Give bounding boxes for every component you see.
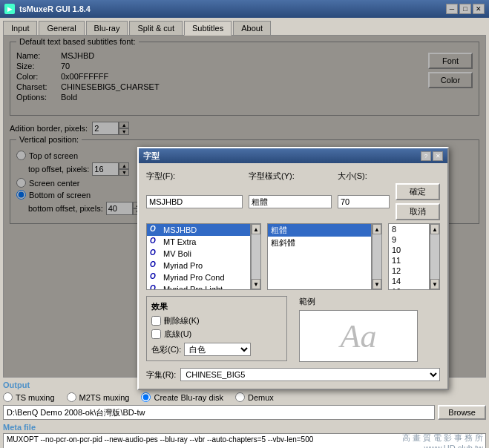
dialog-title-bar: 字型 ? ✕ — [139, 148, 447, 163]
charset-label: 字集(R): — [146, 369, 176, 381]
font-list[interactable]: O MSJHBD O MT Extra O MV Boli — [146, 223, 251, 290]
dialog-body: 字型(F): 字型樣式(Y): 大小(S): — [139, 163, 447, 389]
tab-input[interactable]: Input — [3, 21, 37, 35]
browse-button[interactable]: Browse — [438, 405, 486, 420]
size-list-item[interactable]: 10 — [389, 245, 429, 255]
m2ts-muxing-radio[interactable] — [67, 392, 76, 402]
font-icon: O — [150, 248, 160, 259]
size-scroll-down[interactable]: ▼ — [430, 279, 439, 289]
size-list-item[interactable]: 16 — [389, 286, 429, 290]
create-bluray-item: Create Blu-ray disk — [141, 392, 223, 402]
ts-muxing-item: TS muxing — [3, 392, 55, 402]
demux-label: Demux — [248, 393, 274, 402]
font-name-input[interactable] — [146, 195, 243, 208]
preview-box: Aa — [299, 310, 418, 362]
watermark-line1: 高 畫 質 電 影 事 務 所 — [402, 432, 483, 444]
font-icon: O — [150, 237, 160, 247]
size-list-scrollbar[interactable]: ▲ ▼ — [430, 223, 440, 290]
size-list-item[interactable]: 14 — [389, 276, 429, 286]
size-list-item[interactable]: 8 — [389, 224, 429, 234]
style-list[interactable]: 粗體 粗斜體 — [267, 223, 372, 290]
dialog-help-button[interactable]: ? — [421, 151, 431, 161]
font-list-item[interactable]: O MSJHBD — [147, 224, 250, 236]
style-list-item[interactable]: 粗體 — [268, 224, 371, 237]
ts-muxing-radio[interactable] — [3, 392, 13, 402]
window-controls: ─ □ ✕ — [446, 4, 485, 14]
underline-checkbox[interactable] — [151, 329, 161, 339]
close-button[interactable]: ✕ — [473, 4, 485, 14]
preview-section: 範例 Aa — [299, 296, 440, 362]
style-list-item[interactable]: 粗斜體 — [268, 237, 371, 249]
meta-label: Meta file — [3, 423, 486, 432]
style-scroll-down[interactable]: ▼ — [373, 279, 381, 289]
style-scroll-track — [373, 234, 381, 279]
ts-muxing-label: TS muxing — [16, 393, 55, 402]
tab-bluray[interactable]: Blu-ray — [86, 21, 128, 35]
create-bluray-label: Create Blu-ray disk — [154, 393, 223, 402]
color-select[interactable]: 白色 — [184, 343, 251, 356]
maximize-button[interactable]: □ — [459, 4, 471, 14]
font-scroll-down[interactable]: ▼ — [252, 279, 260, 289]
app-title: tsMuxeR GUI 1.8.4 — [19, 4, 91, 13]
style-list-scrollbar[interactable]: ▲ ▼ — [372, 223, 382, 290]
ok-button[interactable]: 確定 — [396, 183, 440, 200]
tab-general[interactable]: General — [39, 21, 84, 35]
font-dialog: 字型 ? ✕ 字型(F): 字型樣式(Y): 大小(S): — [137, 147, 449, 390]
charset-select[interactable]: CHINESE_BIG5 — [180, 368, 440, 381]
size-list[interactable]: 8 9 10 11 12 14 16 — [388, 223, 430, 290]
main-window: Input General Blu-ray Split & cut Subtit… — [0, 18, 489, 448]
font-list-item[interactable]: O Myriad Pro Light — [147, 283, 250, 290]
tab-subtitles[interactable]: Subtitles — [184, 21, 232, 36]
meta-section: Meta file MUXOPT --no-pcr-on-pcr-pid --n… — [3, 423, 486, 448]
style-scroll-up[interactable]: ▲ — [373, 224, 381, 234]
minimize-button[interactable]: ─ — [446, 4, 458, 14]
tabs-bar: Input General Blu-ray Split & cut Subtit… — [0, 18, 489, 35]
font-icon: O — [150, 272, 160, 283]
font-list-item[interactable]: O MV Boli — [147, 248, 250, 260]
demux-radio[interactable] — [235, 392, 245, 402]
m2ts-muxing-label: M2TS muxing — [79, 393, 130, 402]
dialog-controls: ? ✕ — [421, 151, 443, 161]
strikethrough-label: 刪除線(K) — [164, 315, 200, 326]
font-icon: O — [150, 284, 160, 290]
size-list-item[interactable]: 12 — [389, 266, 429, 276]
size-list-item[interactable]: 9 — [389, 234, 429, 245]
font-scroll-up[interactable]: ▲ — [252, 224, 260, 234]
output-radios: TS muxing M2TS muxing Create Blu-ray dis… — [3, 392, 486, 402]
title-bar: ▶ tsMuxeR GUI 1.8.4 ─ □ ✕ — [0, 0, 489, 18]
effects-label: 效果 — [151, 301, 282, 312]
preview-label: 範例 — [299, 296, 440, 307]
demux-item: Demux — [235, 392, 274, 402]
size-scroll-track — [430, 234, 439, 279]
underline-label: 底線(U) — [164, 329, 191, 340]
style-col-label: 字型樣式(Y): — [249, 171, 295, 180]
font-style-input[interactable] — [249, 195, 332, 208]
effects-section: 效果 刪除線(K) 底線(U) 色彩(C): — [146, 296, 287, 362]
font-list-scrollbar[interactable]: ▲ ▼ — [251, 223, 261, 290]
strikethrough-checkbox[interactable] — [151, 316, 161, 326]
dialog-close-button[interactable]: ✕ — [433, 151, 443, 161]
font-scroll-track — [252, 234, 260, 279]
color-label: 色彩(C): — [151, 344, 181, 355]
dialog-title: 字型 — [143, 151, 160, 162]
output-path-input[interactable] — [3, 405, 435, 420]
create-bluray-radio[interactable] — [141, 392, 151, 402]
cancel-button[interactable]: 取消 — [396, 203, 440, 220]
tab-split-cut[interactable]: Split & cut — [129, 21, 183, 35]
font-icon: O — [150, 225, 160, 235]
size-list-item[interactable]: 11 — [389, 255, 429, 266]
watermark-line2: www.HD.club.tw — [402, 444, 483, 448]
m2ts-muxing-item: M2TS muxing — [67, 392, 130, 402]
watermark: 高 畫 質 電 影 事 務 所 www.HD.club.tw — [402, 432, 483, 448]
size-scroll-up[interactable]: ▲ — [430, 224, 439, 234]
font-icon: O — [150, 260, 160, 271]
app-icon: ▶ — [4, 4, 15, 14]
font-list-item[interactable]: O Myriad Pro Cond — [147, 271, 250, 283]
font-list-item[interactable]: O MT Extra — [147, 236, 250, 248]
size-col-label: 大小(S): — [338, 171, 367, 182]
font-list-item[interactable]: O Myriad Pro — [147, 260, 250, 271]
font-size-input[interactable] — [338, 195, 390, 208]
charset-row: 字集(R): CHINESE_BIG5 — [146, 368, 440, 381]
tab-about[interactable]: About — [233, 21, 271, 35]
content-area: Default text based subtitles font: Name:… — [3, 35, 486, 378]
